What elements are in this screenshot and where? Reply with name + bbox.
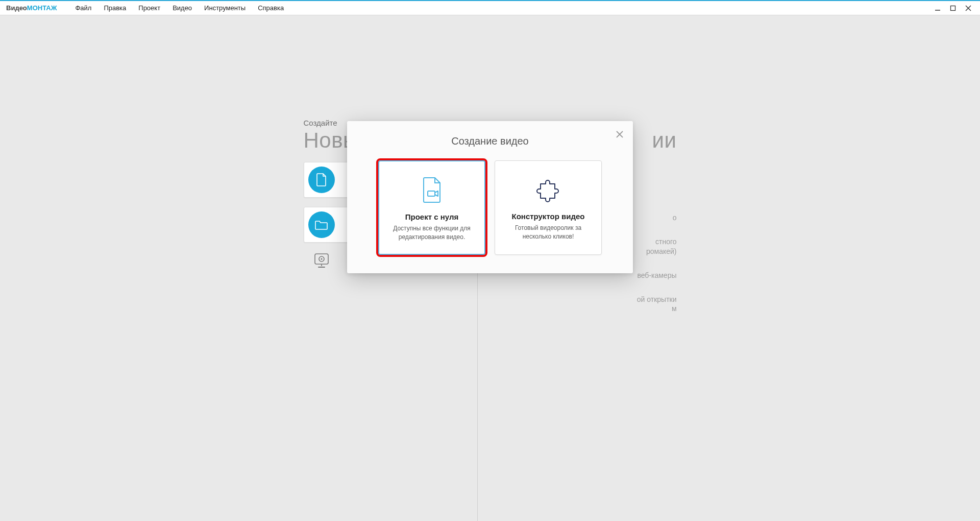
card-title: Конструктор видео [512,212,585,221]
close-window-button[interactable] [964,4,973,13]
close-icon [616,131,623,138]
brand-prefix: Видео [6,4,27,12]
menu-file[interactable]: Файл [69,1,97,15]
hint-item: стного ромакей) [637,237,677,256]
document-video-icon [421,176,443,204]
minimize-icon [935,5,941,11]
brand-suffix: МОНТАЖ [27,4,57,12]
left-small-label: Создайте [304,119,337,127]
maximize-button[interactable] [948,4,958,13]
webcam-icon [313,253,330,268]
menu-help[interactable]: Справка [252,1,290,15]
menu-edit[interactable]: Правка [97,1,132,15]
card-title: Проект с нуля [405,212,458,221]
menubar: ВидеоМОНТАЖ Файл Правка Проект Видео Инс… [0,1,980,15]
window-controls [933,4,977,13]
webcam-link[interactable] [304,253,330,268]
hint-list: о стного ромакей) веб-камеры ой открытки… [637,213,677,314]
menu-project[interactable]: Проект [132,1,166,15]
menu-tools[interactable]: Инструменты [198,1,252,15]
right-heading-fragment: ии [652,128,677,153]
app-brand: ВидеоМОНТАЖ [3,4,60,12]
folder-icon [308,211,335,238]
document-icon [308,167,335,193]
hint-line: стного [655,238,677,246]
hint-line: ой открытки [637,295,677,303]
card-video-constructor[interactable]: Конструктор видео Готовый видеоролик за … [495,160,602,255]
hint-line: ромакей) [646,247,677,255]
create-video-modal: Создание видео Проект с нуля Доступны вс… [347,121,633,273]
modal-close-button[interactable] [614,128,626,140]
hint-line: м [672,304,677,313]
maximize-icon [950,5,956,11]
hint-item: о [637,213,677,223]
card-description: Доступны все функции для редактирования … [387,224,476,242]
hint-item: веб-камеры [637,271,677,280]
close-icon [965,5,971,11]
puzzle-icon [535,175,561,204]
minimize-button[interactable] [933,4,942,13]
modal-cards: Проект с нуля Доступны все функции для р… [361,160,619,255]
svg-rect-9 [428,191,435,196]
card-project-from-scratch[interactable]: Проект с нуля Доступны все функции для р… [378,160,485,255]
hint-item: ой открытки м [637,295,677,314]
card-description: Готовый видеоролик за несколько кликов! [503,224,593,241]
svg-point-6 [321,258,322,259]
svg-rect-1 [951,6,955,10]
modal-title: Создание видео [361,135,619,147]
menu-video[interactable]: Видео [166,1,198,15]
